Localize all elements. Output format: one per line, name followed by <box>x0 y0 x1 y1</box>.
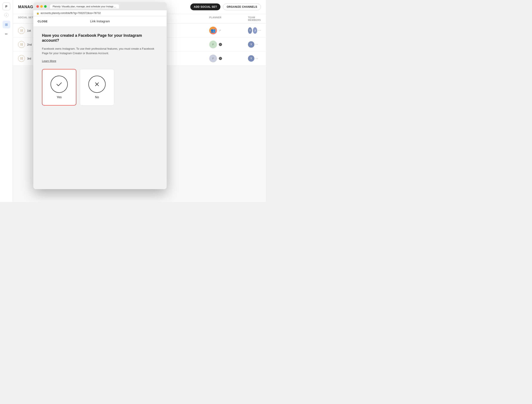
chain-icon: ⛓ <box>20 29 23 32</box>
sidebar-expand-button[interactable]: › <box>4 13 9 17</box>
traffic-light-yellow[interactable] <box>40 5 43 8</box>
modal-question: Have you created a Facebook Page for you… <box>42 33 158 43</box>
yes-label: Yes <box>57 95 62 99</box>
planner-avatar-1: 👥 <box>209 27 217 34</box>
browser-address-bar: 🔒 accounts.planoly.com/link/fb?ig=793207… <box>33 10 167 16</box>
more-menu-3[interactable]: ··· <box>255 57 258 60</box>
more-menu-1[interactable]: ··· <box>258 29 261 32</box>
no-circle <box>88 76 106 93</box>
sidebar-icon-grid[interactable]: ⊞ <box>3 21 10 28</box>
browser-tab[interactable]: Planoly: Visually plan, manage, and sche… <box>50 4 119 9</box>
arrow-icon-1: ↗ <box>219 29 221 32</box>
browser-window: Planoly: Visually plan, manage, and sche… <box>33 2 167 189</box>
planner-avatar-3: P <box>209 55 217 62</box>
sidebar: P › ⊞ ✏ <box>0 0 13 202</box>
member-t-1: T <box>248 27 252 34</box>
col-empty <box>175 16 209 21</box>
more-menu-2[interactable]: ··· <box>255 43 258 46</box>
header-buttons: ADD SOCIAL SET ORGANIZE CHANNELS <box>190 3 261 10</box>
organize-channels-button[interactable]: ORGANIZE CHANNELS <box>223 3 261 10</box>
yes-choice-card[interactable]: Yes <box>42 69 76 106</box>
planner-cell-1: 👥 ↗ <box>209 27 248 34</box>
add-social-set-button[interactable]: ADD SOCIAL SET <box>190 3 220 10</box>
no-label: No <box>95 95 99 99</box>
member-t-3: T <box>248 55 254 62</box>
modal-header: CLOSE Link Instagram <box>33 16 167 27</box>
team-members-2: T ··· <box>248 41 261 48</box>
social-set-icon-1: ⛓ <box>18 27 25 34</box>
traffic-light-red[interactable] <box>36 5 39 8</box>
social-set-name-3: 3rd <box>27 57 31 60</box>
x-icon <box>93 80 101 88</box>
plus-badge-planner-3: + <box>219 57 222 60</box>
browser-titlebar: Planoly: Visually plan, manage, and sche… <box>33 2 167 10</box>
sidebar-icon-edit[interactable]: ✏ <box>3 30 10 38</box>
lock-icon: 🔒 <box>36 12 39 15</box>
modal-title: Link Instagram <box>90 19 110 23</box>
no-choice-card[interactable]: No <box>80 69 114 106</box>
team-members-1: T J ··· <box>248 27 261 34</box>
browser-content: CLOSE Link Instagram Have you created a … <box>33 16 167 189</box>
sidebar-logo: P <box>3 3 10 10</box>
social-set-icon-3: ⛓ <box>18 55 25 62</box>
member-t-2: T <box>248 41 254 48</box>
team-members-3: T ··· <box>248 55 261 62</box>
address-url[interactable]: accounts.planoly.com/link/fb?ig=7932072&… <box>41 12 101 15</box>
col-team: TEAM MEMBERS <box>248 16 261 21</box>
checkmark-icon <box>55 80 63 88</box>
choices-container: Yes No <box>42 69 158 106</box>
yes-circle <box>51 76 68 93</box>
modal-description: Facebook owns Instagram. To use their pr… <box>42 47 158 56</box>
chain-icon-2: ⛓ <box>20 43 23 46</box>
modal-body: Have you created a Facebook Page for you… <box>33 27 167 189</box>
col-planner: PLANNER <box>209 16 248 21</box>
social-set-name-2: 2nd <box>27 43 32 46</box>
planner-cell-2: P + <box>209 41 248 48</box>
learn-more-link[interactable]: Learn More <box>42 59 56 63</box>
member-j-1: J <box>253 27 257 34</box>
planner-cell-3: P + <box>209 55 248 62</box>
social-set-name-1: 1st <box>27 29 31 32</box>
traffic-lights <box>36 5 47 8</box>
chain-icon-3: ⛓ <box>20 57 23 60</box>
modal-close-button[interactable]: CLOSE <box>38 20 48 23</box>
social-set-icon-2: ⛓ <box>18 41 25 48</box>
planner-avatar-2: P <box>209 41 217 48</box>
plus-badge-planner-2: + <box>219 43 222 46</box>
traffic-light-green[interactable] <box>44 5 47 8</box>
